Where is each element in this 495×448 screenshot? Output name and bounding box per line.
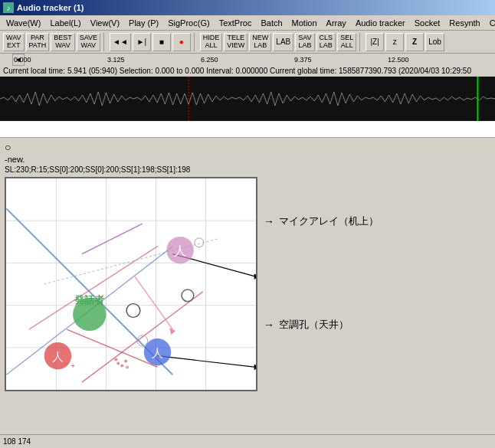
- label-air-vent-text: 空調孔（天井）: [279, 318, 349, 332]
- svg-text:人: 人: [52, 350, 64, 363]
- menu-socket[interactable]: Socket: [410, 18, 445, 28]
- svg-text:+: +: [70, 361, 75, 370]
- menu-play[interactable]: Play (P): [124, 18, 163, 28]
- z-small-button[interactable]: z: [385, 33, 404, 51]
- cls-lab-button[interactable]: CLSLAB: [316, 33, 336, 51]
- app-icon: ♪: [3, 2, 14, 13]
- waveform-area: ◄ 0.000 3.125 6.250 9.375 12.500 Current…: [0, 54, 495, 138]
- menu-array[interactable]: Array: [322, 18, 351, 28]
- bottom-status-text: 108 174: [3, 437, 31, 446]
- waveform-canvas[interactable]: [0, 77, 495, 121]
- best-wav-button[interactable]: BESTWAV: [51, 33, 75, 51]
- lob-button[interactable]: Lob: [425, 33, 444, 51]
- ruler-mark-2: 6.250: [201, 56, 218, 64]
- tele-view-button[interactable]: TELEVIEW: [224, 33, 248, 51]
- svg-text:発話者: 発話者: [74, 294, 105, 306]
- label-mic-array-text: マイクアレイ（机上）: [279, 214, 379, 228]
- label-air-vent: → 空調孔（天井）: [264, 318, 490, 332]
- arrow-icon-1: →: [264, 215, 274, 227]
- hide-all-button[interactable]: HIDEALL: [200, 33, 223, 51]
- ruler: ◄ 0.000 3.125 6.250 9.375 12.500: [0, 54, 495, 66]
- svg-point-40: [120, 364, 123, 367]
- menu-resynth[interactable]: Resynth: [444, 18, 484, 28]
- save-wav-button[interactable]: SAVEWAV: [77, 33, 100, 51]
- svg-text:人: 人: [174, 244, 186, 258]
- bottom-status-bar: 108 174: [0, 434, 495, 448]
- wav-ext-button[interactable]: WAVEXT: [3, 33, 25, 51]
- menu-textproc[interactable]: TextProc: [215, 18, 257, 28]
- new-lab-button[interactable]: NEWLAB: [249, 33, 271, 51]
- menu-config[interactable]: Config: [485, 18, 495, 28]
- waveform-status-text: Current local time: 5.941 (05:940) Selec…: [3, 67, 471, 75]
- bullet-icon: ○: [5, 141, 490, 153]
- labels-panel: → マイクアレイ（机上） → 空調孔（天井）: [264, 177, 490, 391]
- svg-point-42: [114, 358, 117, 361]
- menu-batch[interactable]: Batch: [256, 18, 287, 28]
- title-text: Audio tracker (1): [17, 3, 84, 12]
- record-button[interactable]: ●: [172, 33, 191, 51]
- svg-point-41: [124, 360, 127, 363]
- svg-rect-4: [6, 178, 255, 390]
- arrow-icon-2: →: [264, 319, 274, 331]
- svg-marker-16: [254, 364, 256, 370]
- label-mic-array: → マイクアレイ（机上）: [264, 214, 490, 228]
- toolbar: WAVEXT PARPATH BESTWAV SAVEWAV ◄◄ ►| ■ ●…: [0, 31, 495, 54]
- menu-wave[interactable]: Wave(W): [2, 18, 45, 28]
- sep2: [194, 33, 197, 51]
- svg-point-43: [126, 365, 129, 368]
- main-content: ○ -new. SL:230;R:15;SS[0]:200;SS[0]:200;…: [0, 138, 495, 434]
- prev2-button[interactable]: ◄◄: [110, 33, 131, 51]
- label-new: -new.: [5, 155, 490, 164]
- waveform-svg: [0, 77, 495, 121]
- sel-all-button[interactable]: SELALL: [337, 33, 356, 51]
- menu-view[interactable]: View(V): [86, 18, 124, 28]
- viz-svg: 人 発話者 人 + 人: [6, 178, 256, 390]
- waveform-status: Current local time: 5.941 (05:940) Selec…: [0, 66, 495, 77]
- ruler-mark-3: 9.375: [294, 56, 312, 64]
- menu-motion[interactable]: Motion: [287, 18, 322, 28]
- sep3: [359, 33, 362, 51]
- sav-lab-button[interactable]: SAVLAB: [295, 33, 314, 51]
- viz-container: 人 発話者 人 + 人: [5, 177, 490, 391]
- ruler-mark-1: 3.125: [107, 56, 125, 64]
- ruler-mark-0: 0.000: [14, 56, 31, 64]
- sep1: [103, 33, 107, 51]
- menu-audio-tracker[interactable]: Audio tracker: [351, 18, 410, 28]
- prev1-button[interactable]: ►|: [133, 33, 151, 51]
- z-abs-button[interactable]: |Z|: [366, 33, 384, 51]
- label-ss: SL:230;R:15;SS[0]:200;SS[0]:200;SS[1]:19…: [5, 165, 490, 174]
- stop-button[interactable]: ■: [152, 33, 171, 51]
- svg-marker-14: [254, 273, 256, 280]
- z-large-button[interactable]: Z: [405, 33, 424, 51]
- menu-label[interactable]: Label(L): [45, 18, 85, 28]
- menu-sigproc[interactable]: SigProc(G): [163, 18, 214, 28]
- lab-button[interactable]: LAB: [273, 33, 293, 51]
- viz-box[interactable]: 人 発話者 人 + 人: [5, 177, 257, 391]
- menu-bar: Wave(W) Label(L) View(V) Play (P) SigPro…: [0, 15, 495, 31]
- ruler-mark-4: 12.500: [388, 56, 409, 64]
- title-bar: ♪ Audio tracker (1): [0, 0, 495, 15]
- svg-point-39: [116, 362, 120, 365]
- svg-text:人: 人: [152, 346, 163, 359]
- par-path-button[interactable]: PARPATH: [26, 33, 50, 51]
